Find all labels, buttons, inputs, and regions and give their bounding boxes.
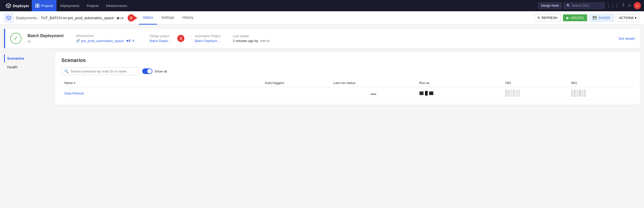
user-avatar[interactable]: U [634, 2, 641, 9]
breadcrumb-separator: / [38, 16, 39, 20]
scenario-name-cell: Data Refresh [61, 87, 262, 100]
action-buttons: ↻ REFRESH ▶ UPDATE 💾 SAVED! ACTIONS ▾ [534, 14, 640, 22]
svg-rect-6 [38, 6, 39, 7]
col-header-run-as: Run as [416, 79, 502, 87]
status-check-icon: ✓ [10, 33, 21, 44]
col-header-date1: 19/1 [502, 79, 568, 87]
step-badge-3: 3 [177, 35, 184, 42]
nav-projects-label: Projects [41, 4, 53, 8]
svg-rect-3 [36, 4, 37, 5]
run-indicator-2 [425, 91, 428, 96]
deployment-card: ✓ Batch Deployment v1 Infrastructure 🔗 p… [4, 29, 640, 48]
infra-label: Infrastructure [76, 34, 137, 38]
run-indicator-1 [419, 91, 424, 95]
nav-projects-active[interactable]: Projects [32, 0, 57, 11]
refresh-icon: ↻ [537, 16, 540, 20]
automation-project-block: Automation Project Batch Deploym… [195, 34, 220, 43]
top-nav: Deployer Projects Deployments Projects I… [0, 0, 644, 11]
grid-icon[interactable]: ⋮⋮⋮ [607, 3, 619, 8]
scenario-auto-triggers-cell: - [262, 87, 330, 100]
scenarios-table: Name ▾ Auto-triggers Last run status Run… [61, 79, 634, 100]
design-project-label: Design project [150, 34, 171, 38]
saved-button[interactable]: 💾 SAVED! [589, 14, 614, 22]
nav-infrastructures[interactable]: Infrastructures [102, 0, 131, 11]
infrastructure-block: Infrastructure 🔗 pre_prod_automation_spa… [76, 34, 137, 43]
play-icon: ▶ [567, 16, 569, 20]
run-as-indicators [419, 91, 499, 96]
tab-history[interactable]: History [178, 11, 198, 25]
scenario-run-as-cell [416, 87, 502, 100]
external-link-icon[interactable]: ↗ [627, 3, 631, 8]
refresh-button[interactable]: ↻ REFRESH [534, 14, 561, 22]
scenarios-title: Scenarios [61, 57, 634, 63]
app-logo[interactable]: Deployer [3, 3, 32, 8]
deployment-title-block: Batch Deployment v1 [28, 34, 63, 43]
deployment-title: Batch Deployment [28, 34, 63, 38]
run-indicator-3 [429, 91, 433, 95]
actions-button[interactable]: ACTIONS ▾ [616, 14, 640, 22]
scenario-search-input[interactable] [71, 69, 135, 73]
tab-status[interactable]: Status [139, 11, 157, 25]
last-update-label: Last update [233, 34, 270, 38]
automation-label: Automation Project [195, 34, 220, 38]
breadcrumb-root[interactable]: Deployments [16, 16, 37, 20]
last-update-block: Last update 2 minutes ago by [233, 34, 270, 43]
step-badge-2: 2 [128, 14, 135, 22]
sidebar-item-scenarios[interactable]: Scenarios [4, 54, 55, 63]
automation-link[interactable]: Batch Deploym… [195, 39, 220, 43]
update-button[interactable]: ▶ UPDATE [563, 14, 587, 21]
col-header-date2: 26/1 [568, 79, 634, 87]
col-header-last-run-status: Last run status [330, 79, 416, 87]
app-name: Deployer [13, 4, 29, 8]
see-details-link[interactable]: See details [618, 37, 635, 40]
sidebar: Scenarios Health [4, 52, 55, 105]
scenarios-toolbar: 🔍 Show all [61, 67, 634, 75]
col-header-name: Name ▾ [61, 79, 262, 87]
show-all-toggle[interactable] [142, 68, 152, 74]
chevron-down-icon: ▾ [635, 16, 637, 20]
deployment-version: v1 [28, 40, 63, 43]
scenarios-panel: Scenarios 🔍 Show all Name ▾ [55, 52, 640, 105]
tab-settings[interactable]: Settings [157, 11, 178, 25]
svg-rect-4 [38, 4, 39, 5]
scenario-search-wrap[interactable]: 🔍 [61, 67, 138, 75]
global-search[interactable]: 🔍 Search DSS... [564, 3, 605, 9]
scenario-name-link[interactable]: Data Refresh [64, 91, 84, 95]
design-node-button[interactable]: Design Node [538, 3, 562, 9]
breadcrumb-current: TUT_BATCH-on-pre_prod_automation_space- [41, 16, 124, 20]
status-dash-indicator [371, 94, 376, 95]
search-icon: 🔍 [64, 69, 69, 73]
infra-value-wrap: 🔗 pre_prod_automation_space- ... [76, 39, 137, 43]
save-icon: 💾 [593, 16, 597, 20]
search-icon: 🔍 [567, 4, 570, 7]
col-header-auto-triggers: Auto-triggers [262, 79, 330, 87]
sidebar-item-health[interactable]: Health [4, 63, 55, 71]
infra-link-icon: 🔗 [76, 39, 80, 43]
nav-deployments[interactable]: Deployments [57, 0, 83, 11]
help-icon[interactable]: ? [622, 3, 624, 8]
breadcrumb-bar: Deployments / TUT_BATCH-on-pre_prod_auto… [0, 11, 644, 25]
design-project-block: Design project Batch Deplo… [150, 34, 171, 43]
scenario-date2-cell [568, 87, 634, 100]
nav-projects[interactable]: Projects [83, 0, 102, 11]
page-tabs: Status Settings History [139, 11, 198, 25]
infra-link[interactable]: pre_prod_automation_space- [81, 39, 125, 43]
svg-rect-5 [36, 6, 37, 7]
deployment-cube-icon [4, 13, 13, 23]
scenario-date1-cell [502, 87, 568, 100]
main-content: Scenarios Health Scenarios 🔍 Show all [4, 52, 640, 105]
show-all-label: Show all [154, 69, 167, 73]
scenario-last-run-cell [330, 87, 416, 100]
show-all-toggle-wrap: Show all [142, 68, 167, 74]
design-project-link[interactable]: Batch Deplo… [150, 39, 171, 43]
last-update-value: 2 minutes ago by [233, 39, 270, 43]
table-row: Data Refresh - [61, 87, 634, 100]
